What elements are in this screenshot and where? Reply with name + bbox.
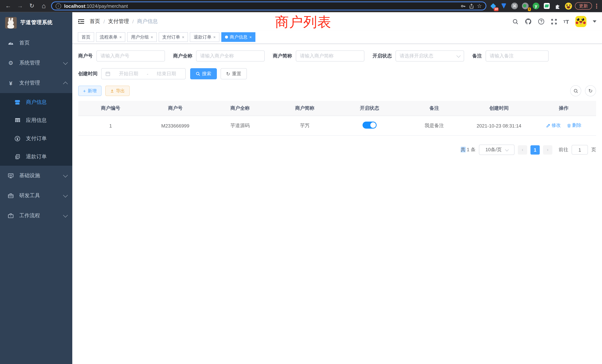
status-select[interactable]: 请选择开启状态 [396, 50, 464, 62]
search-button[interactable]: 搜索 [190, 68, 217, 79]
password-key-icon[interactable] [460, 3, 466, 9]
shop-icon [14, 99, 21, 105]
create-time-range-picker[interactable]: 开始日期 - 结束日期 [101, 68, 186, 79]
reset-button[interactable]: ↻ 重置 [221, 68, 247, 79]
sidebar-item-system[interactable]: ⚙ 系统管理 [0, 53, 72, 73]
avatar-caret-icon[interactable] [593, 20, 596, 23]
sidebar-toggle-icon[interactable] [78, 18, 85, 25]
fullscreen-icon[interactable] [551, 18, 557, 25]
cell-actions: 修改 删除 [531, 116, 596, 136]
sidebar-item-app-info[interactable]: 应用信息 [0, 111, 72, 129]
bookmark-star-icon[interactable]: ☆ [477, 3, 482, 9]
app-window: 芋道管理系统 首页 ⚙ 系统管理 ¥ 支付管理 [0, 12, 602, 364]
delete-link[interactable]: 删除 [567, 122, 581, 129]
sidebar-item-infrastructure[interactable]: 基础设施 [0, 166, 72, 186]
gem-extension-icon[interactable] [500, 2, 507, 10]
remark-input[interactable]: 请输入备注 [486, 50, 549, 62]
page-content: 商户号 请输入商户号 商户全称 请输入商户全称 商户简称 请输入商户简称 开启状… [72, 44, 602, 364]
doc-extension-icon[interactable] [543, 2, 550, 10]
address-bar[interactable]: i localhost:1024/pay/merchant ☆ [51, 1, 486, 10]
merchant-name-input[interactable]: 请输入商户全称 [196, 50, 265, 62]
sidebar-item-workflow[interactable]: 工作流程 [0, 206, 72, 226]
main-area: 首页 / 支付管理 / 商户信息 [72, 12, 602, 364]
tab-close-icon[interactable]: × [151, 35, 153, 39]
tab-close-icon[interactable]: × [249, 35, 252, 39]
screen: ← → ↻ ⌂ i localhost:1024/pay/merchant ☆ … [0, 0, 602, 364]
tab-user-group[interactable]: 用户分组× [127, 32, 157, 42]
cell-status [337, 116, 402, 136]
chevron-down-icon [63, 193, 68, 197]
merchant-no-input[interactable]: 请输入商户号 [96, 50, 165, 62]
tab-home[interactable]: 首页 [78, 32, 94, 42]
next-page-button[interactable]: › [543, 145, 552, 154]
table-row: 1 M233666999 芋道源码 芋艿 我是备注 2021-10-23 08:… [78, 116, 596, 136]
cell-short-name: 芋艿 [272, 116, 337, 136]
plus-icon: + [83, 88, 86, 94]
y-extension-icon[interactable]: y [532, 2, 540, 10]
documents-icon [14, 154, 21, 159]
sidebar-item-home[interactable]: 首页 [0, 33, 72, 53]
status-toggle[interactable] [363, 122, 377, 129]
tab-close-icon[interactable]: × [119, 35, 122, 39]
merchant-short-input[interactable]: 请输入商户简称 [296, 50, 364, 62]
extension-icons: 10 ⌘ 1 y [489, 2, 572, 10]
url-text: localhost:1024/pay/merchant [64, 3, 457, 9]
tab-merchant-info[interactable]: 商户信息× [221, 32, 256, 42]
github-icon[interactable] [525, 18, 531, 25]
refresh-table-button[interactable]: ↻ [585, 85, 596, 96]
font-size-icon[interactable]: TT [563, 18, 569, 25]
active-tab-dot [225, 36, 228, 39]
calendar-icon [105, 71, 110, 76]
goto-page-input[interactable] [572, 145, 588, 155]
sidebar-item-merchant-info[interactable]: 商户信息 [0, 93, 72, 111]
export-button[interactable]: 导出 [105, 86, 129, 96]
command-extension-icon[interactable]: ⌘ [511, 2, 518, 10]
sidebar-item-dev-tools[interactable]: 研发工具 [0, 186, 72, 206]
sketch-extension-icon[interactable]: 10 [489, 2, 497, 10]
app-logo[interactable]: 芋道管理系统 [0, 12, 72, 33]
forward-icon[interactable]: → [16, 1, 24, 10]
breadcrumb: 首页 / 支付管理 / 商户信息 [90, 18, 158, 25]
filter-row-2: 创建时间 开始日期 - 结束日期 搜索 [78, 68, 596, 79]
page-1-button[interactable]: 1 [530, 145, 540, 154]
chevron-down-icon [63, 172, 68, 177]
add-button[interactable]: + 新增 [78, 86, 101, 96]
refresh-icon: ↻ [226, 71, 230, 76]
tab-pay-orders[interactable]: 支付订单× [159, 32, 188, 42]
chevron-down-icon [505, 148, 509, 151]
avatar[interactable] [575, 16, 586, 27]
sidebar-item-pay-orders[interactable]: 支付订单 [0, 129, 72, 148]
prev-page-button[interactable]: ‹ [518, 145, 527, 154]
browser-update-button[interactable]: 更新 [575, 2, 592, 10]
tray-extension-icon[interactable]: 1 [522, 2, 529, 10]
profile-emoji-icon[interactable] [565, 2, 572, 10]
extensions-puzzle-icon[interactable] [554, 2, 561, 10]
table-header-row: 商户编号 商户号 商户全称 商户简称 开启状态 备注 创建时间 操作 [78, 101, 596, 116]
tab-close-icon[interactable]: × [213, 35, 216, 39]
site-info-icon[interactable]: i [56, 3, 61, 9]
sidebar-item-refund-orders[interactable]: 退款订单 [0, 148, 72, 166]
chevron-down-icon [63, 213, 68, 217]
breadcrumb-payment[interactable]: 支付管理 [108, 18, 129, 25]
goto-label: 前往 [559, 146, 568, 153]
home-icon[interactable]: ⌂ [39, 1, 48, 10]
monitor-chart-icon [7, 173, 14, 179]
header-search-icon[interactable] [512, 18, 518, 25]
tab-refund-orders[interactable]: 退款订单× [190, 32, 219, 42]
tab-close-icon[interactable]: × [182, 35, 184, 39]
sidebar-item-payment[interactable]: ¥ 支付管理 [0, 73, 72, 93]
navbar-actions: TT [512, 16, 596, 27]
help-icon[interactable] [538, 18, 544, 25]
tab-process-form[interactable]: 流程表单× [96, 32, 126, 42]
reload-icon[interactable]: ↻ [27, 1, 36, 10]
cell-full-name: 芋道源码 [208, 116, 272, 136]
breadcrumb-home[interactable]: 首页 [90, 18, 100, 25]
edit-link[interactable]: 修改 [546, 122, 561, 129]
logo-avatar [5, 17, 17, 28]
page-unit-label: 页 [591, 146, 596, 153]
show-search-icon-button[interactable] [570, 85, 581, 96]
browser-menu-icon[interactable] [595, 3, 598, 8]
share-icon[interactable] [469, 3, 474, 9]
page-size-select[interactable]: 10条/页 [479, 145, 515, 155]
back-icon[interactable]: ← [4, 1, 13, 10]
